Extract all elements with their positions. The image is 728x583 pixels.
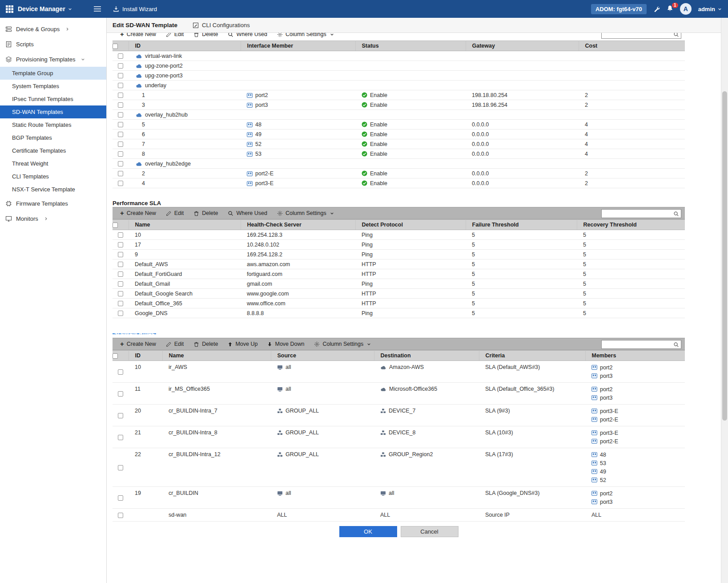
member-row[interactable]: 548Enable0.0.0.04 <box>113 120 685 130</box>
column-header-destination[interactable]: Destination <box>374 351 479 361</box>
zone-row[interactable]: virtual-wan-link <box>113 51 685 61</box>
rule-row[interactable]: sd-wanALLALLSource IPALL <box>113 509 685 522</box>
sidebar-item-device-groups[interactable]: Device & Groups <box>0 21 106 36</box>
sla-row[interactable]: 10169.254.128.3Ping55 <box>113 230 685 240</box>
row-checkbox[interactable] <box>118 181 123 186</box>
row-checkbox[interactable] <box>113 223 118 228</box>
row-checkbox[interactable] <box>118 142 123 147</box>
column-header-health-check-server[interactable]: Health-Check Server <box>241 220 355 230</box>
scrollbar-thumb[interactable] <box>722 91 727 421</box>
row-checkbox[interactable] <box>118 311 123 316</box>
sla-row[interactable]: Default_Google Searchwww.google.comHTTP5… <box>113 289 685 299</box>
app-grid-icon[interactable] <box>5 5 14 13</box>
column-header-failure-threshold[interactable]: Failure Threshold <box>466 220 577 230</box>
member-row[interactable]: 2port2-EEnable0.0.0.02 <box>113 169 685 178</box>
member-row[interactable]: 752Enable0.0.0.04 <box>113 139 685 149</box>
notifications-button[interactable]: 1 <box>667 5 673 13</box>
sidebar-item-nsx-t-service-template[interactable]: NSX-T Service Template <box>0 183 106 196</box>
cancel-button[interactable]: Cancel <box>401 526 459 537</box>
column-header-id[interactable]: ID <box>129 41 241 51</box>
move-up-button[interactable]: Move Up <box>223 338 262 350</box>
row-checkbox[interactable] <box>118 132 123 137</box>
zone-row[interactable]: overlay_hub2edge <box>113 159 685 169</box>
row-checkbox[interactable] <box>118 161 123 166</box>
sla-row[interactable]: Default_Gmailgmail.comPing55 <box>113 279 685 289</box>
column-header-members[interactable]: Members <box>585 351 685 361</box>
column-header-name[interactable]: Name <box>129 220 241 230</box>
row-checkbox[interactable] <box>118 281 123 287</box>
vertical-scrollbar[interactable] <box>721 18 728 583</box>
sla-row[interactable]: Default_FortiGuardfortiguard.comHTTP55 <box>113 269 685 279</box>
row-checkbox[interactable] <box>118 291 123 296</box>
rule-row[interactable]: 11ir_MS_Office365allMicrosoft-Office365S… <box>113 383 685 405</box>
column-header-status[interactable]: Status <box>355 41 466 51</box>
column-header-id[interactable]: ID <box>129 351 162 361</box>
member-row[interactable]: 853Enable0.0.0.04 <box>113 149 685 159</box>
cli-configurations-tab[interactable]: CLI Configurations <box>193 22 250 28</box>
row-checkbox[interactable] <box>118 63 123 69</box>
rules-search[interactable] <box>601 340 681 349</box>
row-checkbox[interactable] <box>118 465 123 470</box>
zone-row[interactable]: upg-zone-port3 <box>113 71 685 81</box>
sidebar-item-provisioning-templates[interactable]: Provisioning Templates <box>0 52 106 67</box>
row-checkbox[interactable] <box>118 53 123 59</box>
member-row[interactable]: 649Enable0.0.0.04 <box>113 130 685 139</box>
sidebar-item-firmware-templates[interactable]: Firmware Templates <box>0 196 106 211</box>
rule-row[interactable]: 10ir_AWSallAmazon-AWSSLA (Default_AWS#3)… <box>113 361 685 383</box>
sla-search[interactable] <box>601 209 681 218</box>
column-header-detect-protocol[interactable]: Detect Protocol <box>355 220 466 230</box>
row-checkbox[interactable] <box>118 242 123 247</box>
row-checkbox[interactable] <box>118 122 123 127</box>
edit-button[interactable]: Edit <box>161 338 189 350</box>
row-checkbox[interactable] <box>113 44 118 49</box>
row-checkbox[interactable] <box>118 369 123 375</box>
sidebar-item-sd-wan-templates[interactable]: SD-WAN Templates <box>0 105 106 118</box>
avatar[interactable]: A <box>680 3 692 15</box>
rule-row[interactable]: 20cr_BUILDIN-Intra_7GROUP_ALLDEVICE_7SLA… <box>113 405 685 426</box>
sla-row[interactable]: Google_DNS8.8.8.8Ping55 <box>113 308 685 318</box>
move-down-button[interactable]: Move Down <box>262 338 309 350</box>
delete-button[interactable]: Delete <box>189 33 223 40</box>
row-checkbox[interactable] <box>118 93 123 98</box>
search-input[interactable] <box>602 340 673 348</box>
row-checkbox[interactable] <box>118 391 123 397</box>
row-checkbox[interactable] <box>118 171 123 176</box>
row-checkbox[interactable] <box>118 102 123 108</box>
delete-button[interactable]: Delete <box>189 207 223 219</box>
sidebar-item-ipsec-tunnel-templates[interactable]: IPsec Tunnel Templates <box>0 93 106 105</box>
column-header-recovery-threshold[interactable]: Recovery Threshold <box>577 220 685 230</box>
sidebar-item-certificate-templates[interactable]: Certificate Templates <box>0 144 106 157</box>
user-menu[interactable]: admin <box>698 6 722 12</box>
column-header-source[interactable]: Source <box>271 351 374 361</box>
row-checkbox[interactable] <box>118 262 123 267</box>
member-row[interactable]: 1port2Enable198.18.80.2542 <box>113 90 685 100</box>
row-checkbox[interactable] <box>118 232 123 238</box>
hamburger-menu-icon[interactable] <box>93 6 101 12</box>
sidebar-item-static-route-templates[interactable]: Static Route Templates <box>0 118 106 131</box>
rule-row[interactable]: 19cr_BUILDINallallSLA (Google_DNS#3)port… <box>113 487 685 509</box>
where-used-button[interactable]: Where Used <box>223 207 272 219</box>
column-settings-button[interactable]: Column Settings <box>309 338 376 350</box>
zone-row[interactable]: overlay_hub2hub <box>113 110 685 120</box>
column-settings-button[interactable]: Column Settings <box>272 33 339 40</box>
row-checkbox[interactable] <box>118 151 123 157</box>
row-checkbox[interactable] <box>118 513 123 518</box>
edit-button[interactable]: Edit <box>161 207 189 219</box>
where-used-button[interactable]: Where Used <box>223 33 272 40</box>
row-checkbox[interactable] <box>118 495 123 501</box>
ok-button[interactable]: OK <box>339 526 397 537</box>
sidebar-item-system-templates[interactable]: System Templates <box>0 80 106 93</box>
row-checkbox[interactable] <box>118 301 123 306</box>
row-checkbox[interactable] <box>118 73 123 78</box>
delete-button[interactable]: Delete <box>189 338 223 350</box>
sla-row[interactable]: 1710.248.0.102Ping55 <box>113 240 685 250</box>
member-row[interactable]: 4port3-EEnable0.0.0.02 <box>113 178 685 188</box>
app-title[interactable]: Device Manager <box>18 5 65 12</box>
column-header-gateway[interactable]: Gateway <box>466 41 579 51</box>
row-checkbox[interactable] <box>118 252 123 257</box>
adom-selector[interactable]: ADOM: fgt64-v70 <box>591 4 647 14</box>
rule-row[interactable]: 21cr_BUILDIN-Intra_8GROUP_ALLDEVICE_8SLA… <box>113 426 685 448</box>
search-input[interactable] <box>602 210 673 218</box>
row-checkbox[interactable] <box>118 271 123 277</box>
column-header-interface-member[interactable]: Interface Member <box>241 41 355 51</box>
